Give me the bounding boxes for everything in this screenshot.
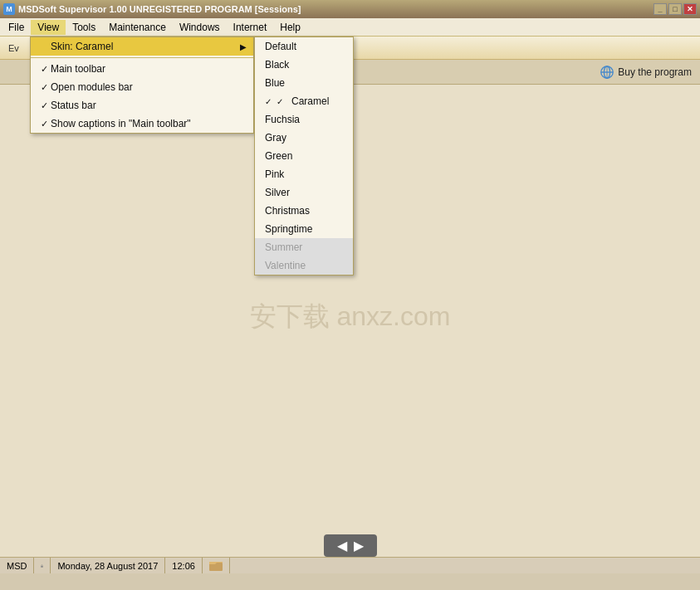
title-controls: _ □ ✕ bbox=[653, 3, 697, 15]
close-button[interactable]: ✕ bbox=[683, 3, 697, 15]
show-captions-label: Show captions in "Main toolbar" bbox=[51, 118, 247, 129]
skin-default-label: Default bbox=[265, 41, 296, 52]
skin-valentine-label: Valentine bbox=[265, 260, 306, 271]
status-app-name: MSD bbox=[0, 558, 34, 573]
prev-arrow-icon[interactable]: ◀ bbox=[337, 538, 347, 553]
menu-internet[interactable]: Internet bbox=[227, 20, 274, 35]
svg-rect-4 bbox=[42, 565, 44, 567]
status-bar-label: Status bar bbox=[51, 100, 247, 111]
main-toolbar-label: Main toolbar bbox=[51, 63, 247, 75]
skin-gray[interactable]: Gray bbox=[255, 129, 353, 147]
skin-caramel[interactable]: ✓ Caramel bbox=[255, 92, 353, 110]
skin-valentine[interactable]: Valentine bbox=[255, 256, 353, 275]
skin-blue-label: Blue bbox=[265, 77, 285, 89]
lock-icon bbox=[41, 560, 43, 572]
open-modules-label: Open modules bar bbox=[51, 81, 247, 93]
nav-arrows-container: ◀ ▶ bbox=[324, 534, 377, 557]
menu-file[interactable]: File bbox=[2, 20, 31, 35]
minimize-button[interactable]: _ bbox=[653, 3, 667, 15]
view-menu-status-bar[interactable]: ✓ Status bar bbox=[31, 96, 253, 115]
skin-submenu: Default Black Blue ✓ Caramel Fuchsia Gra… bbox=[254, 37, 354, 275]
status-time: 12:06 bbox=[165, 558, 203, 573]
app-name-label: MSD bbox=[7, 561, 27, 571]
main-toolbar-check: ✓ bbox=[37, 64, 51, 75]
menu-bar: File View Tools Maintenance Windows Inte… bbox=[0, 18, 700, 37]
skin-default[interactable]: Default bbox=[255, 37, 353, 56]
time-label: 12:06 bbox=[172, 561, 195, 571]
buy-label: Buy the program bbox=[618, 66, 692, 78]
buy-button[interactable]: Buy the program bbox=[600, 65, 692, 80]
skin-pink[interactable]: Pink bbox=[255, 165, 353, 183]
window-title: MSDSoft Supervisor 1.00 UNREGISTERED PRO… bbox=[18, 4, 301, 14]
skin-gray-label: Gray bbox=[265, 132, 286, 144]
skin-summer[interactable]: Summer bbox=[255, 238, 353, 256]
skin-blue[interactable]: Blue bbox=[255, 74, 353, 92]
skin-caramel-label: Caramel bbox=[291, 95, 329, 107]
nav-bar: ◀ ▶ bbox=[0, 534, 700, 557]
menu-tools[interactable]: Tools bbox=[66, 20, 102, 35]
open-modules-check: ✓ bbox=[37, 82, 51, 93]
skin-silver-label: Silver bbox=[265, 187, 290, 198]
folder-icon bbox=[209, 560, 223, 572]
status-extra bbox=[203, 558, 230, 573]
skin-christmas-label: Christmas bbox=[265, 205, 310, 217]
view-menu-open-modules[interactable]: ✓ Open modules bar bbox=[31, 78, 253, 96]
view-menu-main-toolbar[interactable]: ✓ Main toolbar bbox=[31, 60, 253, 78]
skin-fuchsia[interactable]: Fuchsia bbox=[255, 110, 353, 129]
skin-green[interactable]: Green bbox=[255, 147, 353, 165]
view-menu-dropdown: Skin: Caramel ▶ ✓ Main toolbar ✓ Open mo… bbox=[30, 37, 254, 134]
skin-arrow-icon: ▶ bbox=[240, 42, 247, 51]
watermark: 安下载 anxz.com bbox=[250, 299, 451, 335]
date-label: Monday, 28 August 2017 bbox=[57, 561, 158, 571]
skin-springtime[interactable]: Springtime bbox=[255, 220, 353, 238]
skin-green-label: Green bbox=[265, 150, 292, 162]
menu-separator-1 bbox=[31, 57, 253, 58]
skin-summer-label: Summer bbox=[265, 241, 302, 253]
menu-maintenance[interactable]: Maintenance bbox=[102, 20, 173, 35]
view-menu-skin[interactable]: Skin: Caramel ▶ bbox=[31, 37, 253, 56]
toolbar-ev-button[interactable]: Ev bbox=[3, 41, 24, 55]
next-arrow-icon[interactable]: ▶ bbox=[354, 538, 364, 553]
status-bar-check: ✓ bbox=[37, 100, 51, 111]
show-captions-check: ✓ bbox=[37, 119, 51, 129]
status-lock bbox=[34, 558, 51, 573]
skin-label: Skin: Caramel bbox=[51, 41, 240, 52]
app-window: M MSDSoft Supervisor 1.00 UNREGISTERED P… bbox=[0, 0, 700, 590]
view-menu-show-captions[interactable]: ✓ Show captions in "Main toolbar" bbox=[31, 115, 253, 133]
menu-view[interactable]: View bbox=[31, 20, 66, 35]
title-bar: M MSDSoft Supervisor 1.00 UNREGISTERED P… bbox=[0, 0, 700, 18]
status-date: Monday, 28 August 2017 bbox=[51, 558, 165, 573]
skin-black[interactable]: Black bbox=[255, 56, 353, 74]
skin-silver[interactable]: Silver bbox=[255, 183, 353, 202]
menu-help[interactable]: Help bbox=[273, 20, 307, 35]
skin-springtime-label: Springtime bbox=[265, 223, 312, 235]
skin-fuchsia-label: Fuchsia bbox=[265, 114, 300, 125]
status-bar: MSD Monday, 28 August 2017 12:06 bbox=[0, 557, 700, 573]
skin-pink-label: Pink bbox=[265, 168, 284, 180]
menu-windows[interactable]: Windows bbox=[173, 20, 227, 35]
skin-christmas[interactable]: Christmas bbox=[255, 202, 353, 220]
globe-icon bbox=[600, 65, 614, 80]
title-bar-left: M MSDSoft Supervisor 1.00 UNREGISTERED P… bbox=[3, 3, 301, 15]
app-icon: M bbox=[3, 3, 15, 15]
skin-black-label: Black bbox=[265, 59, 289, 71]
maximize-button[interactable]: □ bbox=[668, 3, 682, 15]
